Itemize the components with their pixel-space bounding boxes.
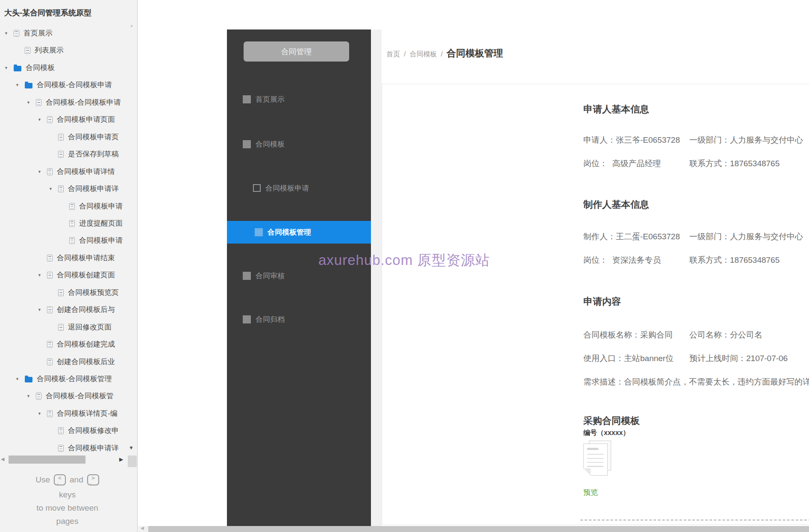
tree-item[interactable]: 创建合同模板后业 — [0, 353, 137, 370]
tree-item[interactable]: 退回修改页面 — [0, 318, 137, 336]
pager-help-line3: to move between — [0, 501, 135, 514]
menu-item-1[interactable]: 首页展示 — [227, 91, 371, 108]
tree-item[interactable]: ▼合同模板创建页面 — [0, 266, 137, 284]
tree-expand-icon[interactable]: ▼ — [38, 308, 47, 312]
menu-item-label: 合同审核 — [256, 271, 285, 281]
tree-expand-icon[interactable]: ▼ — [4, 66, 14, 70]
field-text: 联系方式：18765348765 — [689, 256, 780, 265]
key-left-icon: <, — [54, 474, 66, 485]
contract-management-button[interactable]: 合同管理 — [244, 41, 349, 62]
tree-item-label: 合同模板申请结束 — [57, 253, 115, 263]
square-light-icon — [255, 228, 263, 236]
menu-item-2[interactable]: 合同模板 — [227, 135, 371, 153]
tree-item[interactable]: 合同模板申请页 — [0, 128, 137, 146]
tree-item-label: 合同模板创建页面 — [57, 270, 115, 280]
folder-icon — [14, 66, 21, 71]
tree-item[interactable]: ▼创建合同模板后与 — [0, 301, 137, 318]
section-title: 申请内容 — [583, 295, 621, 308]
tree-item-label: 合同模板-合同模板管 — [46, 391, 114, 401]
tree-expand-icon[interactable]: ▼ — [15, 83, 25, 87]
tree-item-label: 合同模板 — [26, 63, 55, 73]
page-icon — [36, 99, 41, 106]
tree-item[interactable]: ▼合同模板申请详情 — [0, 163, 137, 180]
page-icon — [69, 203, 75, 210]
tree-item-label: 首页展示 — [24, 28, 53, 38]
tree-item-label: 合同模板预览页 — [68, 288, 119, 297]
menu-item-label: 合同归档 — [256, 314, 285, 324]
field-text: 联系方式：18765348765 — [689, 159, 780, 168]
content-card: 采购合同模板 编号（xxxxx） 预览 申请人基本信息申请人：张三爷-E0653… — [382, 84, 809, 525]
tree-item[interactable]: 列表展示 — [0, 41, 137, 59]
sitemap-pane: 大头-某合同管理系统原型 ▼首页展示列表展示▼合同模板▼合同模板-合同模板申请▼… — [0, 0, 138, 532]
tree-expand-icon[interactable]: ▼ — [38, 170, 47, 174]
page-icon — [58, 445, 64, 452]
tree-item[interactable]: ▼合同模板 — [0, 59, 137, 76]
field-text: 申请人：张三爷-E0653728 — [583, 135, 689, 146]
tree-item[interactable]: 进度提醒页面 — [0, 215, 137, 232]
field-row: 岗位： 资深法务专员联系方式：18765348765 — [583, 255, 780, 266]
menu-item-6[interactable]: 合同归档 — [227, 311, 371, 328]
page-icon — [47, 359, 53, 365]
tree-hscroll-left-icon[interactable]: ◀ — [1, 456, 4, 462]
tree-expand-icon[interactable]: ▼ — [38, 273, 47, 277]
tree-item[interactable]: ▼合同模板申请详 — [0, 180, 137, 197]
tree-scroll-up-icon[interactable]: ▲ — [129, 23, 134, 28]
page-icon — [69, 237, 75, 244]
square-icon — [243, 140, 251, 148]
tree-item[interactable]: ▼合同模板-合同模板管 — [0, 387, 137, 405]
tree-item[interactable]: ▼合同模板-合同模板申请 — [0, 94, 137, 111]
square-icon — [243, 95, 251, 103]
preview-link[interactable]: 预览 — [583, 488, 598, 497]
tree-item[interactable]: ▼合同模板详情页-编 — [0, 405, 137, 422]
tree-item[interactable]: ▼合同模板-合同模板管理 — [0, 370, 137, 388]
menu-item-3[interactable]: 合同模板申请 — [227, 179, 371, 197]
tree-item[interactable]: 合同模板申请 — [0, 232, 137, 249]
tree-item[interactable]: ▼合同模板申请页面 — [0, 111, 137, 128]
main-hscrollbar: ◀ — [138, 526, 809, 532]
tree-expand-icon[interactable]: ▼ — [38, 118, 47, 122]
page-icon — [47, 272, 53, 279]
document-pages-icon — [583, 441, 619, 481]
sidebar-gutter — [371, 29, 382, 526]
page-icon — [58, 134, 64, 141]
tree-item[interactable]: 是否保存到草稿 — [0, 145, 137, 163]
breadcrumb-link[interactable]: 首页 — [386, 50, 400, 59]
tree-expand-icon[interactable]: ▼ — [15, 377, 25, 381]
tree-item-label: 合同模板申请详情 — [57, 167, 115, 176]
main-hscroll-thumb[interactable] — [148, 526, 809, 532]
square-icon — [243, 315, 251, 323]
tree-item[interactable]: 合同模板申请详 — [0, 439, 137, 457]
tree-scrollbar-corner — [128, 456, 137, 467]
template-code: 编号（xxxxx） — [583, 429, 630, 438]
tree-item-label: 合同模板申请 — [79, 235, 123, 245]
tree-expand-icon[interactable]: ▼ — [26, 100, 36, 105]
tree-item-label: 合同模板申请详 — [68, 443, 119, 453]
project-title: 大头-某合同管理系统原型 — [4, 8, 91, 18]
breadcrumb-link[interactable]: 合同模板 — [409, 50, 437, 59]
menu-item-4[interactable]: 合同模板管理 — [227, 221, 371, 244]
tree-hscroll-right-icon[interactable]: ▶ — [119, 456, 123, 462]
section-title: 申请人基本信息 — [583, 103, 649, 116]
tree-item[interactable]: 合同模板预览页 — [0, 284, 137, 301]
tree-item[interactable]: 合同模板申请结束 — [0, 249, 137, 267]
tree-expand-icon[interactable]: ▼ — [26, 394, 36, 398]
tree-expand-icon[interactable]: ▼ — [38, 411, 47, 416]
tree-item[interactable]: 合同模板申请 — [0, 197, 137, 215]
dashed-separator — [580, 520, 809, 520]
tree-item[interactable]: ▼首页展示 — [0, 24, 137, 42]
tree-expand-icon[interactable]: ▼ — [4, 31, 14, 35]
tree-scroll-down-icon[interactable]: ▼ — [129, 445, 134, 451]
menu-item-label: 合同模板管理 — [268, 227, 311, 237]
tree-hscroll-thumb[interactable] — [9, 456, 85, 464]
page-icon — [36, 393, 41, 400]
tree-expand-icon[interactable]: ▼ — [49, 187, 58, 191]
tree-item[interactable]: 合同模板修改申 — [0, 422, 137, 439]
main-hscroll-left-icon[interactable]: ◀ — [141, 526, 144, 530]
page-icon — [58, 185, 64, 192]
tree-item-label: 列表展示 — [35, 45, 64, 55]
tree-item[interactable]: ▼合同模板-合同模板申请 — [0, 76, 137, 94]
tree-item[interactable]: 合同模板创建完成 — [0, 335, 137, 353]
field-text: 岗位： 资深法务专员 — [583, 255, 689, 266]
field-row: 需求描述：合同模板简介点，不需要太长，违约方面最好写的详细点 — [583, 376, 809, 388]
menu-item-5[interactable]: 合同审核 — [227, 267, 371, 284]
